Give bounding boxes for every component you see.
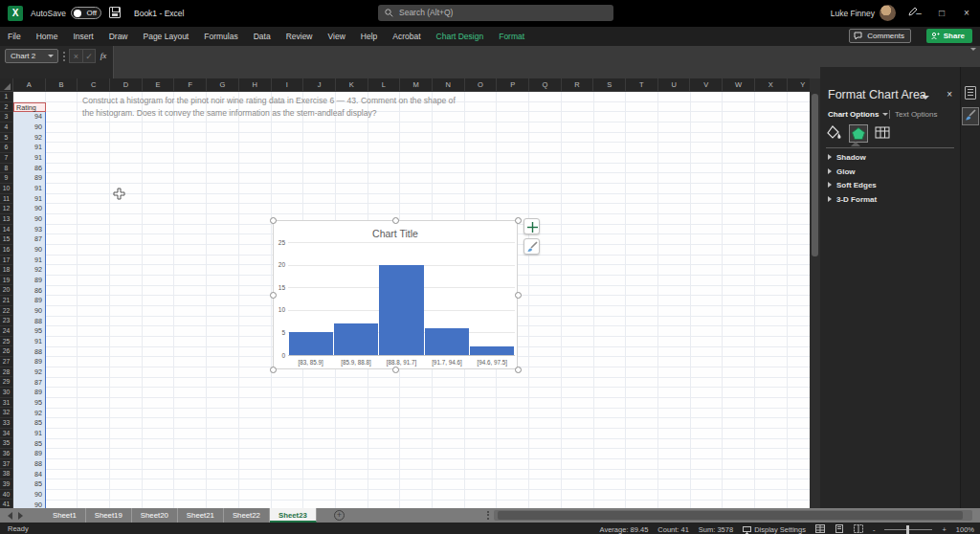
cell-a9[interactable]: 89: [13, 173, 46, 184]
display-settings-button[interactable]: Display Settings: [743, 525, 806, 534]
comments-button[interactable]: Comments: [849, 29, 911, 43]
cell-a36[interactable]: 89: [13, 449, 46, 459]
row-header-26[interactable]: 26: [0, 346, 12, 357]
chart-title[interactable]: Chart Title: [274, 228, 517, 239]
status-sum[interactable]: Sum: 3578: [699, 525, 733, 534]
row-header-1[interactable]: 1: [0, 92, 12, 102]
ribbon-tab-page-layout[interactable]: Page Layout: [136, 27, 197, 46]
column-header-c[interactable]: C: [78, 78, 110, 91]
row-header-19[interactable]: 19: [0, 276, 12, 286]
row-header-7[interactable]: 7: [0, 153, 12, 164]
cell-a27[interactable]: 89: [13, 357, 46, 367]
row-header-6[interactable]: 6: [0, 143, 12, 153]
chart-elements-button[interactable]: [523, 218, 540, 234]
ribbon-tab-file[interactable]: File: [0, 27, 29, 46]
row-header-37[interactable]: 37: [0, 459, 12, 470]
minimize-button[interactable]: –: [907, 0, 930, 27]
row-header-23[interactable]: 23: [0, 316, 12, 326]
row-header-38[interactable]: 38: [0, 469, 12, 479]
ribbon-tab-chart-design[interactable]: Chart Design: [429, 27, 492, 46]
vertical-scrollbar[interactable]: [810, 78, 820, 508]
tab-chart-options[interactable]: Chart Options: [828, 110, 879, 119]
cell-a28[interactable]: 92: [13, 367, 46, 378]
cell-a40[interactable]: 90: [13, 490, 46, 501]
cancel-icon[interactable]: ×: [69, 49, 82, 63]
save-icon[interactable]: [109, 7, 121, 18]
share-button[interactable]: Share: [926, 29, 972, 43]
cell-a25[interactable]: 91: [13, 337, 46, 347]
status-average[interactable]: Average: 89.45: [600, 525, 649, 534]
cell-a7[interactable]: 91: [13, 153, 46, 164]
formula-bar-collapse-icon[interactable]: [970, 48, 976, 51]
zoom-in-button[interactable]: +: [942, 525, 946, 534]
cell-a12[interactable]: 90: [13, 204, 46, 214]
cell-a30[interactable]: 89: [13, 388, 46, 398]
row-header-4[interactable]: 4: [0, 122, 12, 133]
cell-a5[interactable]: 92: [13, 133, 46, 144]
cell-a24[interactable]: 95: [13, 326, 46, 337]
pane-close-icon[interactable]: ×: [947, 89, 952, 100]
row-header-31[interactable]: 31: [0, 398, 12, 409]
effects-icon[interactable]: [849, 124, 868, 143]
cell-a17[interactable]: 91: [13, 256, 46, 266]
selection-handle[interactable]: [270, 217, 277, 224]
ribbon-tab-view[interactable]: View: [321, 27, 353, 46]
chart-bar[interactable]: [379, 265, 423, 355]
selection-handle[interactable]: [515, 217, 522, 224]
ribbon-tab-review[interactable]: Review: [278, 27, 321, 46]
vertical-scroll-thumb[interactable]: [812, 94, 818, 256]
row-header-41[interactable]: 41: [0, 500, 12, 508]
row-header-39[interactable]: 39: [0, 479, 12, 490]
row-header-9[interactable]: 9: [0, 173, 12, 184]
chart-bar[interactable]: [334, 323, 378, 355]
column-header-v[interactable]: V: [690, 78, 723, 91]
row-header-22[interactable]: 22: [0, 306, 12, 317]
column-header-u[interactable]: U: [658, 78, 691, 91]
column-header-o[interactable]: O: [465, 78, 498, 91]
column-header-h[interactable]: H: [239, 78, 272, 91]
column-header-p[interactable]: P: [497, 78, 529, 91]
sheet-tab-sheet19[interactable]: Sheet19: [86, 508, 132, 523]
row-header-8[interactable]: 8: [0, 164, 12, 174]
row-header-29[interactable]: 29: [0, 377, 12, 388]
column-header-d[interactable]: D: [110, 78, 143, 91]
cell-a35[interactable]: 85: [13, 439, 46, 450]
cell-a22[interactable]: 90: [13, 306, 46, 317]
cell-a37[interactable]: 88: [13, 459, 46, 470]
ribbon-tab-help[interactable]: Help: [353, 27, 385, 46]
ribbon-tab-formulas[interactable]: Formulas: [196, 27, 245, 46]
zoom-slider[interactable]: [884, 529, 932, 530]
zoom-out-button[interactable]: -: [873, 525, 876, 534]
column-header-f[interactable]: F: [174, 78, 207, 91]
cell-a41[interactable]: 90: [13, 501, 46, 508]
pane-section-shadow[interactable]: Shadow: [828, 153, 866, 162]
name-box-caret-icon[interactable]: [48, 55, 54, 57]
row-header-14[interactable]: 14: [0, 225, 12, 235]
tab-scroll-splitter[interactable]: [487, 511, 489, 520]
column-header-l[interactable]: L: [368, 78, 401, 91]
horizontal-scrollbar[interactable]: [494, 510, 972, 521]
cell-a21[interactable]: 89: [13, 296, 46, 306]
cell-a15[interactable]: 87: [13, 234, 46, 245]
chart-bar[interactable]: [289, 332, 333, 355]
row-header-32[interactable]: 32: [0, 408, 12, 418]
row-header-27[interactable]: 27: [0, 357, 12, 367]
row-header-24[interactable]: 24: [0, 326, 12, 337]
selection-handle[interactable]: [392, 367, 399, 373]
ribbon-tab-home[interactable]: Home: [29, 27, 66, 46]
chart-bar[interactable]: [470, 346, 514, 355]
row-header-35[interactable]: 35: [0, 438, 12, 449]
search-input[interactable]: Search (Alt+Q): [378, 5, 613, 21]
selection-handle[interactable]: [515, 292, 522, 299]
cell-a8[interactable]: 86: [13, 164, 46, 174]
close-button[interactable]: ×: [955, 0, 978, 27]
cell-a13[interactable]: 90: [13, 214, 46, 225]
view-normal-icon[interactable]: [815, 524, 825, 534]
pane-section-soft-edges[interactable]: Soft Edges: [828, 181, 877, 189]
pane-section-glow[interactable]: Glow: [828, 167, 856, 176]
row-header-28[interactable]: 28: [0, 367, 12, 378]
sheet-tab-sheet23[interactable]: Sheet23: [270, 508, 317, 523]
column-header-t[interactable]: T: [626, 78, 658, 91]
sheet-tab-sheet1[interactable]: Sheet1: [44, 508, 86, 523]
row-header-17[interactable]: 17: [0, 256, 12, 266]
